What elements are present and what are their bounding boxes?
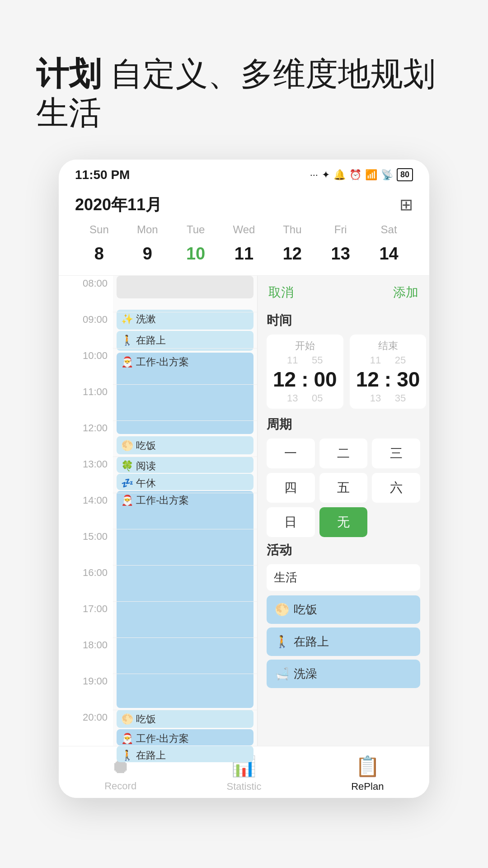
battery-icon: 80 — [397, 168, 413, 181]
event-xizao[interactable]: ✨ 洗漱 — [117, 310, 253, 330]
time-section-label: 时间 — [267, 312, 420, 329]
date-14[interactable]: 14 — [365, 240, 413, 268]
nav-record-label: Record — [104, 780, 136, 792]
time-1700: 17:00 — [59, 601, 113, 637]
start-time-picker[interactable]: 开始 11 55 12 : 00 13 — [267, 335, 343, 409]
main-content: 08:00 09:00 10:00 11:00 12:00 13:00 14:0… — [59, 276, 429, 746]
end-current-time: 12 : 30 — [356, 367, 420, 392]
time-1500: 15:00 — [59, 529, 113, 565]
period-grid-2: 四 五 六 — [267, 473, 420, 503]
date-12[interactable]: 12 — [268, 240, 316, 268]
calendar-view-icon[interactable]: ⊞ — [399, 195, 413, 214]
period-mon[interactable]: 一 — [267, 439, 315, 468]
event-wuxiu[interactable]: 💤 午休 — [117, 474, 253, 490]
date-13[interactable]: 13 — [316, 240, 365, 268]
end-time-scroll: 11 25 12 : 30 13 35 — [356, 354, 420, 404]
time-1200: 12:00 — [59, 420, 113, 457]
day-sun: Sun — [75, 220, 123, 240]
period-none[interactable]: 无 — [319, 507, 368, 537]
time-0900: 09:00 — [59, 312, 113, 348]
start-current-time: 12 : 00 — [273, 367, 337, 392]
date-11[interactable]: 11 — [220, 240, 268, 268]
calendar-header: 2020年11月 ⊞ — [59, 187, 429, 220]
status-bar: 11:50 PM ··· ✦ 🔔 ⏰ 📶 📡 80 — [59, 160, 429, 187]
date-9[interactable]: 9 — [123, 240, 172, 268]
period-sun[interactable]: 日 — [267, 507, 315, 537]
day-numbers: 8 9 10 11 12 13 14 — [59, 240, 429, 276]
start-time-scroll: 11 55 12 : 00 13 05 — [273, 354, 337, 404]
end-time-picker[interactable]: 结束 11 25 12 : 30 13 — [350, 335, 427, 409]
phone-mockup: 11:50 PM ··· ✦ 🔔 ⏰ 📶 📡 80 2020年11月 ⊞ Sun… — [59, 160, 429, 798]
end-label: 结束 — [356, 339, 420, 353]
status-icons: ··· ✦ 🔔 ⏰ 📶 📡 80 — [310, 168, 413, 181]
period-tue[interactable]: 二 — [319, 439, 368, 468]
nav-replan-label: RePlan — [351, 781, 384, 793]
time-1300: 13:00 — [59, 457, 113, 493]
activity-zailu[interactable]: 🚶 在路上 — [267, 627, 420, 656]
period-thu[interactable]: 四 — [267, 473, 315, 503]
date-8[interactable]: 8 — [75, 240, 123, 268]
period-fri[interactable]: 五 — [319, 473, 368, 503]
right-panel: 取消 添加 时间 开始 11 55 12 — [258, 276, 429, 746]
event-work1[interactable]: 🎅 工作-出方案 — [117, 353, 253, 434]
day-thu: Thu — [268, 220, 316, 240]
end-next-row: 13 35 — [370, 392, 406, 404]
start-prev-row: 11 55 — [287, 354, 323, 366]
event-zailu2[interactable]: 🚶 在路上 — [117, 746, 253, 762]
events-column: ✨ 洗漱 🚶 在路上 🎅 工作-出方案 🌕 吃饭 🍀 阅读 — [113, 276, 258, 746]
event-work2[interactable]: 🎅 工作-出方案 — [117, 491, 253, 708]
time-picker-row: 开始 11 55 12 : 00 13 — [267, 335, 420, 409]
time-0800: 08:00 — [59, 276, 113, 312]
replan-icon: 📋 — [355, 755, 380, 778]
event-yuedu[interactable]: 🍀 阅读 — [117, 457, 253, 473]
nav-replan[interactable]: 📋 RePlan — [306, 746, 429, 798]
event-work3[interactable]: 🎅 工作-出方案 — [117, 729, 253, 745]
activity-search[interactable]: 生活 — [267, 564, 420, 591]
period-section-label: 周期 — [267, 416, 420, 433]
day-wed: Wed — [220, 220, 268, 240]
period-sat[interactable]: 六 — [372, 473, 420, 503]
add-button[interactable]: 添加 — [393, 284, 418, 301]
cancel-button[interactable]: 取消 — [268, 284, 294, 301]
day-headers: Sun Mon Tue Wed Thu Fri Sat — [59, 220, 429, 240]
time-1400: 14:00 — [59, 493, 113, 529]
start-next-row: 13 05 — [287, 392, 323, 404]
period-grid-3: 日 无 — [267, 507, 420, 537]
period-grid: 一 二 三 — [267, 439, 420, 468]
event-chifan1[interactable]: 🌕 吃饭 — [117, 436, 253, 454]
page-header: 计划 自定义、多维度地规划生活 — [0, 0, 488, 160]
nav-statistic-label: Statistic — [226, 781, 261, 793]
calendar-month: 2020年11月 — [75, 194, 162, 216]
end-prev-row: 11 25 — [370, 354, 406, 366]
event-chifan2[interactable]: 🌕 吃饭 — [117, 710, 253, 728]
time-1000: 10:00 — [59, 348, 113, 384]
panel-actions: 取消 添加 — [267, 276, 420, 307]
activity-chifan[interactable]: 🌕 吃饭 — [267, 595, 420, 624]
status-time: 11:50 PM — [75, 168, 130, 182]
time-1900: 19:00 — [59, 674, 113, 710]
day-fri: Fri — [316, 220, 365, 240]
start-label: 开始 — [273, 339, 337, 353]
day-tue: Tue — [172, 220, 220, 240]
time-2000: 20:00 — [59, 710, 113, 746]
period-wed[interactable]: 三 — [372, 439, 420, 468]
time-1800: 18:00 — [59, 637, 113, 674]
day-mon: Mon — [123, 220, 172, 240]
activity-xizao[interactable]: 🛁 洗澡 — [267, 660, 420, 688]
day-sat: Sat — [365, 220, 413, 240]
date-10[interactable]: 10 — [172, 240, 220, 268]
activity-section-label: 活动 — [267, 542, 420, 559]
page-title: 计划 自定义、多维度地规划生活 — [36, 54, 452, 132]
time-1100: 11:00 — [59, 384, 113, 420]
time-column: 08:00 09:00 10:00 11:00 12:00 13:00 14:0… — [59, 276, 113, 746]
title-bold: 计划 — [36, 56, 101, 92]
time-1600: 16:00 — [59, 565, 113, 601]
